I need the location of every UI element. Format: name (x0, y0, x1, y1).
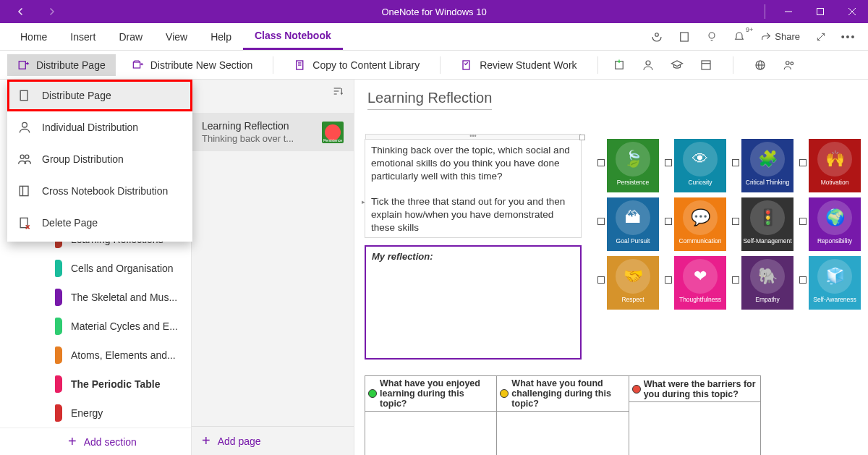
cmd-distribute-new-section[interactable]: Distribute New Section (122, 54, 263, 76)
add-student-icon[interactable] (613, 59, 626, 72)
collapse-caret-icon[interactable]: ▸ (362, 197, 365, 206)
tab-class-notebook[interactable]: Class Notebook (243, 23, 343, 50)
ctx-item-label: Individual Distribution (42, 122, 138, 133)
plus-icon: + (202, 433, 210, 449)
ctx-item-icon (17, 184, 32, 198)
tab-help[interactable]: Help (199, 23, 243, 50)
page-thumbnail: Persistence (322, 122, 344, 143)
svg-point-6 (709, 33, 715, 38)
tab-draw[interactable]: Draw (107, 23, 154, 50)
traffic-dot-icon (368, 389, 377, 398)
skill-card: 🌍 Reponsibility (809, 197, 861, 251)
ctx-item-group-distribution[interactable]: Group Distribution (7, 143, 192, 175)
question-header: What were the barriers for you during th… (629, 376, 760, 402)
share-button[interactable]: Share (760, 31, 800, 43)
window-minimize-button[interactable] (773, 0, 804, 23)
skill-label: Motivation (821, 179, 849, 186)
skill-illustration-icon: 🤝 (616, 259, 650, 294)
skill-checkbox[interactable] (799, 276, 807, 284)
skill-card: 🏔 Goal Pursuit (607, 197, 659, 251)
connections-icon[interactable] (754, 59, 767, 72)
svg-point-31 (20, 155, 24, 158)
skill-cell: 🏔 Goal Pursuit (597, 197, 663, 254)
skill-checkbox[interactable] (732, 218, 739, 225)
lightbulb-icon[interactable] (705, 30, 718, 43)
instructions-para1: Thinking back over the topic, which soci… (371, 144, 575, 184)
tab-insert[interactable]: Insert (59, 23, 107, 50)
person-icon[interactable] (642, 59, 655, 72)
nav-back-button[interactable] (14, 5, 27, 18)
question-answer-cell[interactable] (497, 412, 628, 455)
svg-point-30 (22, 122, 27, 127)
section-color-tab (55, 289, 62, 306)
skill-card: 🤝 Respect (607, 256, 659, 310)
skill-card: 🐘 Empathy (741, 256, 793, 310)
svg-rect-10 (133, 62, 140, 68)
window-maximize-button[interactable] (804, 0, 836, 23)
tab-home[interactable]: Home (9, 23, 59, 50)
add-section-button[interactable]: + Add section (0, 428, 191, 455)
section-item[interactable]: Material Cycles and E... (0, 312, 191, 341)
skill-checkbox[interactable] (665, 159, 672, 166)
skill-checkbox[interactable] (799, 218, 807, 225)
people-icon[interactable] (783, 59, 796, 72)
page-title[interactable]: Learning Reflection (367, 90, 492, 110)
svg-point-24 (786, 61, 789, 64)
instructions-box[interactable]: Thinking back over the topic, which soci… (365, 139, 582, 238)
skill-checkbox[interactable] (597, 218, 605, 225)
nav-forward-button[interactable] (45, 5, 58, 18)
skill-checkbox[interactable] (665, 276, 672, 284)
ribbon-commands: Distribute Page Distribute New Section C… (0, 51, 868, 80)
question-answer-cell[interactable] (629, 402, 760, 450)
notifications-icon[interactable]: 9+ (733, 30, 746, 43)
section-item[interactable]: Energy (0, 399, 191, 428)
instructions-para2: Tick the three that stand out for you an… (371, 196, 565, 233)
skill-illustration-icon: 🌍 (817, 200, 852, 235)
fullscreen-icon[interactable] (814, 30, 827, 43)
skill-label: Thoughtfulness (679, 296, 721, 303)
cmd-separator (733, 56, 733, 74)
tab-view[interactable]: View (154, 23, 199, 50)
ctx-item-icon (17, 216, 32, 230)
skill-label: Curiosity (688, 179, 712, 186)
ctx-item-distribute-page[interactable]: Distribute Page (7, 80, 192, 111)
page-canvas[interactable]: Learning Reflection Thinking back over t… (354, 80, 868, 455)
ctx-item-cross-notebook-distribution[interactable]: Cross Notebook Distribution (7, 175, 192, 207)
section-item[interactable]: The Skeletal and Mus... (0, 283, 191, 312)
section-label: The Periodic Table (71, 378, 179, 390)
skill-checkbox[interactable] (597, 159, 605, 166)
cmd-distribute-page[interactable]: Distribute Page (7, 54, 116, 76)
add-page-button[interactable]: + Add page (192, 426, 354, 455)
ctx-item-delete-page[interactable]: Delete Page (7, 207, 192, 239)
sort-pages-icon[interactable] (332, 85, 344, 97)
section-item[interactable]: Atoms, Elements and... (0, 341, 191, 370)
skill-checkbox[interactable] (597, 276, 605, 284)
skill-label: Self-Awareness (813, 296, 856, 303)
skill-illustration-icon: 👁 (683, 142, 718, 177)
ctx-item-individual-distribution[interactable]: Individual Distribution (7, 111, 192, 143)
window-close-button[interactable] (836, 0, 868, 23)
question-answer-cell[interactable] (365, 412, 496, 455)
skill-cell: 👁 Curiosity (665, 139, 730, 195)
dictate-icon[interactable] (650, 30, 663, 43)
manage-icon[interactable] (699, 59, 712, 72)
svg-line-8 (817, 33, 824, 40)
cmd-copy-library[interactable]: Copy to Content Library (284, 54, 430, 76)
section-item[interactable]: The Periodic Table (0, 370, 191, 399)
cmd-review-work[interactable]: Review Student Work (451, 54, 587, 76)
ribbon-more-icon[interactable]: ••• (842, 30, 855, 43)
reflection-box[interactable]: My reflection: (365, 245, 582, 360)
cmd-separator (273, 56, 273, 74)
question-column: What were the barriers for you during th… (629, 376, 760, 455)
skill-illustration-icon: 🙌 (817, 142, 852, 177)
page-icon[interactable] (678, 30, 691, 43)
skill-checkbox[interactable] (665, 218, 672, 225)
skill-cell: 🙌 Motivation (799, 139, 864, 195)
education-icon[interactable] (671, 59, 684, 72)
skill-checkbox[interactable] (799, 159, 807, 166)
skill-checkbox[interactable] (732, 159, 739, 166)
section-item[interactable]: Cells and Organisation (0, 254, 191, 283)
section-color-tab (55, 346, 62, 364)
page-item[interactable]: Learning Reflection Thinking back over t… (192, 113, 354, 151)
skill-checkbox[interactable] (732, 276, 739, 284)
